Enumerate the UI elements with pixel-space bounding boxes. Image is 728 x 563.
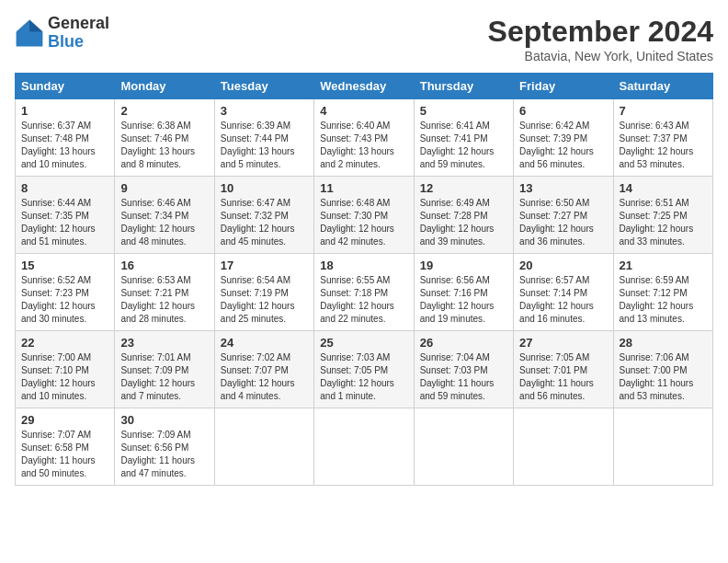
day-number: 20 bbox=[519, 259, 607, 272]
sunset-label: Sunset: 7:27 PM bbox=[519, 211, 587, 221]
calendar-cell: 16 Sunrise: 6:53 AM Sunset: 7:21 PM Dayl… bbox=[115, 254, 214, 331]
calendar-cell: 26 Sunrise: 7:04 AM Sunset: 7:03 PM Dayl… bbox=[414, 331, 513, 408]
sunrise-label: Sunrise: 7:00 AM bbox=[21, 352, 91, 362]
svg-marker-1 bbox=[29, 19, 42, 31]
calendar-week-row: 8 Sunrise: 6:44 AM Sunset: 7:35 PM Dayli… bbox=[16, 177, 713, 254]
calendar-cell bbox=[414, 408, 513, 486]
page-header: General Blue September 2024 Batavia, New… bbox=[15, 15, 713, 63]
day-info: Sunrise: 6:53 AM Sunset: 7:21 PM Dayligh… bbox=[120, 274, 208, 326]
calendar-week-row: 1 Sunrise: 6:37 AM Sunset: 7:48 PM Dayli… bbox=[16, 99, 713, 177]
day-number: 6 bbox=[519, 104, 607, 118]
day-number: 18 bbox=[320, 259, 407, 272]
sunset-label: Sunset: 7:09 PM bbox=[120, 365, 188, 375]
daylight-label: Daylight: 12 hours and 7 minutes. bbox=[120, 378, 195, 401]
calendar-cell bbox=[214, 408, 313, 486]
day-number: 1 bbox=[21, 104, 108, 118]
day-number: 28 bbox=[620, 336, 707, 350]
day-number: 7 bbox=[620, 104, 707, 118]
daylight-label: Daylight: 12 hours and 59 minutes. bbox=[420, 146, 495, 169]
day-info: Sunrise: 6:59 AM Sunset: 7:12 PM Dayligh… bbox=[620, 274, 707, 326]
weekday-header: Monday bbox=[115, 74, 214, 99]
sunrise-label: Sunrise: 7:02 AM bbox=[221, 352, 290, 362]
day-number: 27 bbox=[519, 336, 607, 350]
daylight-label: Daylight: 11 hours and 59 minutes. bbox=[420, 378, 495, 401]
month-title: September 2024 bbox=[488, 15, 713, 49]
logo-icon bbox=[15, 18, 44, 48]
day-number: 3 bbox=[221, 104, 308, 118]
day-info: Sunrise: 6:47 AM Sunset: 7:32 PM Dayligh… bbox=[221, 197, 308, 248]
sunrise-label: Sunrise: 6:50 AM bbox=[519, 198, 589, 208]
calendar-cell: 17 Sunrise: 6:54 AM Sunset: 7:19 PM Dayl… bbox=[214, 254, 313, 331]
sunrise-label: Sunrise: 6:59 AM bbox=[620, 275, 689, 285]
calendar-cell: 11 Sunrise: 6:48 AM Sunset: 7:30 PM Dayl… bbox=[314, 177, 414, 254]
sunrise-label: Sunrise: 7:03 AM bbox=[320, 352, 390, 362]
sunrise-label: Sunrise: 6:44 AM bbox=[21, 198, 91, 208]
sunrise-label: Sunrise: 7:09 AM bbox=[120, 430, 190, 440]
day-number: 19 bbox=[420, 259, 507, 272]
day-number: 14 bbox=[620, 181, 707, 195]
sunset-label: Sunset: 7:28 PM bbox=[420, 211, 488, 221]
day-number: 12 bbox=[420, 181, 507, 195]
sunset-label: Sunset: 7:23 PM bbox=[21, 288, 89, 298]
daylight-label: Daylight: 12 hours and 48 minutes. bbox=[120, 224, 195, 247]
sunset-label: Sunset: 7:01 PM bbox=[519, 365, 587, 375]
daylight-label: Daylight: 13 hours and 5 minutes. bbox=[221, 146, 295, 169]
calendar-cell: 23 Sunrise: 7:01 AM Sunset: 7:09 PM Dayl… bbox=[115, 331, 214, 408]
daylight-label: Daylight: 12 hours and 30 minutes. bbox=[21, 301, 96, 324]
sunrise-label: Sunrise: 6:53 AM bbox=[120, 275, 190, 285]
daylight-label: Daylight: 12 hours and 13 minutes. bbox=[620, 301, 694, 324]
day-info: Sunrise: 6:50 AM Sunset: 7:27 PM Dayligh… bbox=[519, 197, 607, 248]
day-number: 8 bbox=[21, 181, 108, 195]
day-info: Sunrise: 6:41 AM Sunset: 7:41 PM Dayligh… bbox=[420, 120, 507, 171]
daylight-label: Daylight: 11 hours and 56 minutes. bbox=[519, 378, 594, 401]
calendar-cell: 18 Sunrise: 6:55 AM Sunset: 7:18 PM Dayl… bbox=[314, 254, 414, 331]
sunrise-label: Sunrise: 6:56 AM bbox=[420, 275, 490, 285]
sunrise-label: Sunrise: 6:55 AM bbox=[320, 275, 390, 285]
sunset-label: Sunset: 7:19 PM bbox=[221, 288, 289, 298]
day-number: 26 bbox=[420, 336, 507, 350]
day-info: Sunrise: 7:07 AM Sunset: 6:58 PM Dayligh… bbox=[21, 429, 108, 480]
calendar-header: SundayMondayTuesdayWednesdayThursdayFrid… bbox=[16, 74, 713, 99]
logo: General Blue bbox=[15, 15, 109, 52]
calendar-cell: 22 Sunrise: 7:00 AM Sunset: 7:10 PM Dayl… bbox=[16, 331, 115, 408]
sunset-label: Sunset: 7:30 PM bbox=[320, 211, 388, 221]
calendar-cell: 3 Sunrise: 6:39 AM Sunset: 7:44 PM Dayli… bbox=[214, 99, 313, 177]
day-number: 13 bbox=[519, 181, 607, 195]
daylight-label: Daylight: 12 hours and 51 minutes. bbox=[21, 224, 96, 247]
calendar-cell: 10 Sunrise: 6:47 AM Sunset: 7:32 PM Dayl… bbox=[214, 177, 313, 254]
day-number: 24 bbox=[221, 336, 308, 350]
day-info: Sunrise: 7:03 AM Sunset: 7:05 PM Dayligh… bbox=[320, 351, 407, 403]
day-info: Sunrise: 6:57 AM Sunset: 7:14 PM Dayligh… bbox=[519, 274, 607, 326]
calendar-cell: 5 Sunrise: 6:41 AM Sunset: 7:41 PM Dayli… bbox=[414, 99, 513, 177]
calendar-cell bbox=[613, 408, 712, 486]
day-info: Sunrise: 6:42 AM Sunset: 7:39 PM Dayligh… bbox=[519, 120, 607, 171]
weekday-header: Wednesday bbox=[314, 74, 414, 99]
sunset-label: Sunset: 7:05 PM bbox=[320, 365, 388, 375]
calendar-cell: 7 Sunrise: 6:43 AM Sunset: 7:37 PM Dayli… bbox=[613, 99, 712, 177]
calendar-week-row: 29 Sunrise: 7:07 AM Sunset: 6:58 PM Dayl… bbox=[16, 408, 713, 486]
calendar-cell: 25 Sunrise: 7:03 AM Sunset: 7:05 PM Dayl… bbox=[314, 331, 414, 408]
calendar-cell: 28 Sunrise: 7:06 AM Sunset: 7:00 PM Dayl… bbox=[613, 331, 712, 408]
day-number: 5 bbox=[420, 104, 507, 118]
daylight-label: Daylight: 11 hours and 50 minutes. bbox=[21, 455, 96, 478]
sunset-label: Sunset: 7:14 PM bbox=[519, 288, 587, 298]
sunset-label: Sunset: 7:48 PM bbox=[21, 133, 89, 144]
sunset-label: Sunset: 7:41 PM bbox=[420, 133, 488, 144]
daylight-label: Daylight: 12 hours and 4 minutes. bbox=[221, 378, 295, 401]
sunrise-label: Sunrise: 6:48 AM bbox=[320, 198, 390, 208]
day-info: Sunrise: 6:44 AM Sunset: 7:35 PM Dayligh… bbox=[21, 197, 108, 248]
logo-general-text: General bbox=[48, 15, 109, 33]
day-number: 4 bbox=[320, 104, 407, 118]
calendar-cell: 15 Sunrise: 6:52 AM Sunset: 7:23 PM Dayl… bbox=[16, 254, 115, 331]
weekday-header: Thursday bbox=[414, 74, 513, 99]
daylight-label: Daylight: 12 hours and 28 minutes. bbox=[120, 301, 195, 324]
daylight-label: Daylight: 11 hours and 47 minutes. bbox=[120, 455, 195, 478]
day-number: 10 bbox=[221, 181, 308, 195]
logo-blue-text: Blue bbox=[48, 33, 109, 52]
header-row: SundayMondayTuesdayWednesdayThursdayFrid… bbox=[16, 74, 713, 99]
day-number: 2 bbox=[120, 104, 208, 118]
sunset-label: Sunset: 7:46 PM bbox=[120, 133, 188, 144]
sunset-label: Sunset: 6:56 PM bbox=[120, 442, 188, 453]
calendar-cell: 19 Sunrise: 6:56 AM Sunset: 7:16 PM Dayl… bbox=[414, 254, 513, 331]
day-info: Sunrise: 7:09 AM Sunset: 6:56 PM Dayligh… bbox=[120, 429, 208, 480]
